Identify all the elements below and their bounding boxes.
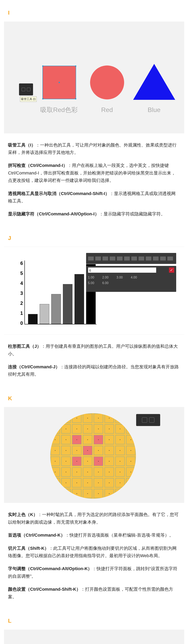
svg-point-104 [131, 472, 131, 472]
paint-select-icon [149, 418, 154, 422]
desc-i-1: 拼写检查（Ctrl/Command-I）：用户在画板上输入一段英文，选中英文，按… [8, 162, 180, 184]
label-blue-triangle: Blue [133, 104, 175, 115]
desc-k-4: 颜色设置（Ctrl/Command-Shift-K）：打开颜色设置面板，可配置个… [8, 586, 180, 600]
ytick-0: 0 [15, 319, 23, 328]
svg-point-134 [120, 493, 120, 494]
svg-rect-133 [116, 489, 125, 498]
svg-point-78 [76, 461, 77, 462]
ytick-5: 5 [15, 269, 23, 278]
graph-data-panel[interactable]: 6 ✓ 1.00 2.00 3.00 4.00 5.00 6.00 [86, 266, 176, 292]
svg-rect-2 [75, 66, 76, 67]
svg-point-122 [55, 493, 55, 494]
bucket-icon [142, 418, 147, 422]
bar-5 [74, 274, 84, 324]
desc-j-1: 连接（Ctrl/Command-J）：连接路径的两端以创建闭合路径。当您发现对象… [8, 363, 180, 378]
svg-point-20 [109, 418, 110, 418]
ytick-6: 6 [15, 259, 23, 268]
graph-data-input[interactable]: 6 [88, 268, 156, 273]
graph-data-row-2: 5.00 6.00 [88, 280, 174, 285]
illustration-i: 吸管工具 (I) 吸取Red色彩 Red Blue [4, 22, 184, 133]
bar-2 [40, 304, 49, 324]
graph-apply-button[interactable]: ✓ [169, 268, 174, 273]
svg-point-46 [76, 440, 77, 440]
svg-point-130 [98, 493, 99, 494]
desc-k-1: 首选项（Ctrl/Command-K）：快捷打开首选项面板（菜单栏编辑-首选项-… [8, 532, 180, 539]
svg-point-40 [131, 428, 131, 429]
section-letter-k: K [8, 394, 188, 403]
x-axis [24, 324, 97, 324]
svg-point-132 [109, 493, 110, 494]
svg-marker-6 [133, 64, 175, 100]
svg-rect-1 [42, 66, 43, 67]
svg-point-14 [76, 418, 77, 418]
ytick-3: 3 [15, 289, 23, 298]
svg-rect-4 [75, 98, 76, 100]
svg-point-26 [55, 428, 55, 429]
svg-rect-11 [61, 414, 70, 422]
svg-rect-119 [126, 478, 135, 487]
svg-point-82 [98, 461, 99, 462]
section-letter-l: L [8, 616, 188, 626]
bar-4 [63, 284, 72, 324]
desc-k-2: 切片工具（Shift-K）：此工具可让用户将图像拖动到要切片的区域，从而将图切割… [8, 544, 180, 560]
svg-rect-135 [126, 489, 135, 498]
desc-j-0: 柱形图工具（J）：用于创建具有垂直列的图形的工具。用户可以操纵图表的值和总体大小… [8, 342, 180, 358]
svg-point-58 [55, 450, 55, 451]
svg-point-128 [87, 493, 88, 494]
svg-rect-23 [126, 414, 135, 422]
label-red-square: 吸取Red色彩 [36, 104, 82, 115]
graph-data-row-1: 1.00 2.00 3.00 4.00 [88, 275, 174, 280]
svg-rect-21 [116, 414, 125, 422]
bar-3 [51, 294, 61, 324]
svg-point-88 [131, 461, 131, 462]
ytick-2: 2 [15, 299, 23, 308]
svg-point-54 [120, 440, 120, 440]
svg-point-86 [120, 461, 120, 462]
red-circle-shape [90, 66, 124, 100]
desc-k-3: 字句调整（Ctrl/Command-Alt/Option-K）：快捷打开字符面板… [8, 565, 180, 580]
ytick-4: 4 [15, 279, 23, 288]
svg-point-80 [87, 461, 88, 462]
svg-point-92 [66, 472, 66, 472]
tool-tooltip: 吸管工具 (I) [20, 96, 37, 102]
svg-point-106 [55, 482, 55, 483]
svg-point-56 [131, 440, 131, 440]
svg-point-18 [98, 418, 99, 418]
svg-rect-105 [51, 478, 60, 487]
svg-point-112 [87, 482, 88, 483]
eyedropper-icon [22, 88, 25, 91]
desc-block-j: 柱形图工具（J）：用于创建具有垂直列的图形的工具。用户可以操纵图表的值和总体大小… [0, 342, 188, 386]
desc-k-0: 实时上色（K）：一种时髦的工具，用于为选定的封闭路径添加平面颜色。有了它，您可以… [8, 511, 180, 526]
svg-point-62 [76, 450, 77, 451]
svg-point-64 [87, 450, 88, 451]
red-square-shape [42, 66, 76, 100]
svg-point-68 [109, 450, 110, 451]
illustration-j: 0 1 2 3 4 5 6 6 ✓ 1.00 2.00 3.00 4.00 5.… [4, 247, 184, 334]
svg-point-102 [120, 472, 120, 472]
svg-point-110 [76, 482, 77, 483]
svg-point-108 [66, 482, 66, 483]
svg-point-48 [87, 440, 88, 440]
svg-rect-9 [51, 414, 60, 422]
eyedropper-tool-panel[interactable] [19, 84, 33, 96]
svg-point-114 [98, 482, 99, 483]
graph-toolbar-panel[interactable] [86, 253, 176, 264]
svg-point-24 [131, 418, 131, 418]
svg-point-66 [98, 450, 99, 451]
svg-point-74 [55, 461, 55, 462]
svg-rect-25 [51, 424, 60, 434]
y-axis [24, 260, 25, 324]
svg-rect-123 [61, 489, 70, 498]
svg-point-28 [66, 428, 66, 429]
desc-i-3: 显示隐藏字符（Ctrl/Command-Alt/Option-I）：显示隐藏字符… [8, 210, 180, 218]
section-letter-j: J [8, 233, 188, 243]
illustration-k [4, 407, 184, 503]
svg-point-76 [66, 461, 66, 462]
svg-rect-3 [42, 98, 43, 100]
measure-icon [27, 88, 30, 91]
svg-point-136 [131, 493, 131, 494]
live-paint-panel[interactable] [136, 414, 160, 426]
svg-point-124 [66, 493, 66, 494]
svg-point-32 [87, 428, 88, 429]
svg-point-10 [55, 418, 55, 418]
